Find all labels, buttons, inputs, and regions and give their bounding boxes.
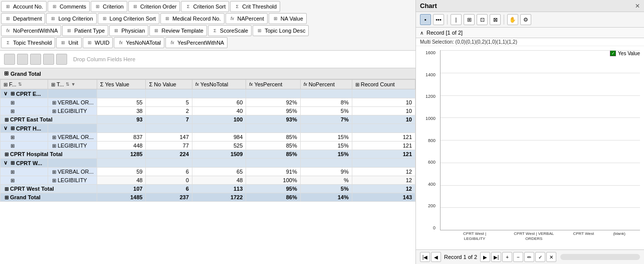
chip-comments[interactable]: ⊞ Comments xyxy=(48,1,90,12)
cell-count: 12 xyxy=(352,185,415,193)
cell-yes: 1285 xyxy=(97,150,146,159)
expand-icon[interactable]: ∨ xyxy=(4,160,8,166)
nav-next-button[interactable]: ▶ xyxy=(480,252,490,262)
cell-total: 525 xyxy=(192,142,246,150)
square-placeholder-2 xyxy=(17,54,28,65)
nav-check-button[interactable]: ✓ xyxy=(535,252,545,262)
chip-topic-long-desc[interactable]: ⊞ Topic Long Desc xyxy=(253,25,309,36)
chart-header: Chart ✕ xyxy=(416,0,644,12)
chip-physician[interactable]: ⊞ Physician xyxy=(109,25,148,36)
cell-count: 10 xyxy=(352,115,415,124)
chip-score-scale[interactable]: Σ ScoreScale xyxy=(208,25,252,36)
nav-cancel-button[interactable]: ✕ xyxy=(546,252,556,262)
chip-na-value[interactable]: ⊞ NA Value xyxy=(269,13,307,24)
toolbar-grid2-button[interactable]: ⊡ xyxy=(477,14,488,25)
table-icon-small: ⊞ xyxy=(52,108,56,114)
nav-last-button[interactable]: ▶| xyxy=(491,252,501,262)
nav-add-button[interactable]: + xyxy=(502,252,512,262)
record-expand-icon[interactable]: ∧ xyxy=(420,30,423,36)
chip-department[interactable]: ⊞ Department xyxy=(1,13,45,24)
chip-nopercent-with-na[interactable]: fx NoPercentWithNA xyxy=(1,25,61,36)
sigma-icon: Σ xyxy=(100,81,104,87)
cell-yespct xyxy=(246,159,300,168)
table-icon-small: ⊞ xyxy=(52,135,56,140)
toolbar-grid-button[interactable]: ⊞ xyxy=(464,14,475,25)
cell-no: 7 xyxy=(146,115,192,124)
expand-icon[interactable]: ∨ xyxy=(4,125,8,131)
chip-napercent[interactable]: fx NAPercent xyxy=(226,13,268,24)
cell-yespct xyxy=(246,124,300,133)
chip-review-template[interactable]: ⊞ Review Template xyxy=(149,25,207,36)
chip-crit-threshold[interactable]: Σ Crit Threshold xyxy=(230,1,280,12)
chip-yes-no-na-total[interactable]: fx YesNoNATotal xyxy=(114,37,164,48)
toolbar-settings-button[interactable]: ⚙ xyxy=(520,14,531,25)
col-header-nopercent[interactable]: fx NoPercent xyxy=(300,80,352,89)
cell-no: 6 xyxy=(146,168,192,176)
col-header-yes-value[interactable]: Σ Yes Value xyxy=(97,80,146,89)
nav-prev-button[interactable]: ◀ xyxy=(431,252,441,262)
table-icon: ⊞ xyxy=(66,27,73,34)
chart-nav: |◀ ◀ Record 1 of 2 ▶ ▶| + − ✏ ✓ ✕ xyxy=(416,249,644,264)
scrollbar[interactable] xyxy=(560,254,640,260)
sort-icon[interactable]: ⇅ xyxy=(66,82,70,87)
toolbar-column-button[interactable]: | xyxy=(451,14,462,25)
table-icon: ⊞ xyxy=(94,3,101,10)
x-labels: CPRT West | LEGIBILITY CPRT West | VERBA… xyxy=(440,231,640,245)
chart-title: Chart xyxy=(420,2,437,10)
field-row-3: fx NoPercentWithNA ⊞ Patient Type ⊞ Phys… xyxy=(1,25,414,36)
cell-yes: 93 xyxy=(97,115,146,124)
expand-icon[interactable]: ∨ xyxy=(4,90,8,97)
fx-icon: fx xyxy=(169,39,176,46)
nav-remove-button[interactable]: − xyxy=(513,252,523,262)
cell-yespct: 86% xyxy=(246,193,300,202)
chip-unit[interactable]: ⊞ Unit xyxy=(56,37,82,48)
chart-close-button[interactable]: ✕ xyxy=(635,3,640,10)
cell-count xyxy=(352,124,415,133)
chip-account-no[interactable]: ⊞ Account No. xyxy=(1,1,47,12)
cell-f: ⊞ xyxy=(1,133,48,142)
chip-criterion-sort[interactable]: Σ Criterion Sort xyxy=(181,1,229,12)
table-icon-small: ⊞ xyxy=(11,143,15,149)
table-icon-small: ⊞ xyxy=(5,195,9,200)
toolbar-bar-chart-button[interactable]: ▪ xyxy=(420,14,431,25)
toolbar-dots-button[interactable]: ••• xyxy=(433,14,444,25)
toolbar-hand-button[interactable]: ✋ xyxy=(507,14,518,25)
nav-first-button[interactable]: |◀ xyxy=(420,252,430,262)
chip-long-criterion-sort[interactable]: ⊞ Long Criterion Sort xyxy=(98,13,159,24)
chip-yes-percent-with-na[interactable]: fx YesPercentWithNA xyxy=(165,37,228,48)
cell-yespct: 95% xyxy=(246,107,300,115)
chip-criterion[interactable]: ⊞ Criterion xyxy=(91,1,127,12)
chip-wuid[interactable]: ⊞ WUID xyxy=(83,37,113,48)
cell-nopct: 15% xyxy=(300,150,352,159)
col-header-yesnototal[interactable]: fx YesNoTotal xyxy=(192,80,246,89)
col-header-record-count[interactable]: ⊞ Record Count xyxy=(352,80,415,89)
cell-total: 113 xyxy=(192,185,246,193)
toolbar-grid3-button[interactable]: ⊠ xyxy=(490,14,501,25)
cell-no xyxy=(146,89,192,98)
y-label-1600: 1600 xyxy=(425,50,436,55)
col-header-yespercent[interactable]: fx YesPercent xyxy=(246,80,300,89)
chart-content: 1600 1400 1200 1000 800 600 400 200 0 xyxy=(420,50,640,245)
chip-topic-threshold[interactable]: Σ Topic Threshold xyxy=(1,37,55,48)
col-header-no-value[interactable]: Σ No Value xyxy=(146,80,192,89)
drop-zone[interactable]: Drop Column Fields Here xyxy=(0,51,415,68)
chip-criterion-order[interactable]: ⊞ Criterion Order xyxy=(128,1,180,12)
chip-long-criterion[interactable]: ⊞ Long Criterion xyxy=(46,13,96,24)
sort-icon[interactable]: ⇅ xyxy=(18,82,22,87)
cell-yes: 1485 xyxy=(97,193,146,202)
cell-yespct: 93% xyxy=(246,115,300,124)
table-icon: ⊞ xyxy=(50,15,57,22)
cell-yes: 59 xyxy=(97,168,146,176)
cell-yespct: 91% xyxy=(246,168,300,176)
nav-edit-button[interactable]: ✏ xyxy=(524,252,534,262)
col-header-t[interactable]: ⊞ T... ⇅ ▼ xyxy=(48,80,97,89)
cell-yespct: 85% xyxy=(246,133,300,142)
col-header-f[interactable]: ⊞ F... ⇅ xyxy=(1,80,48,89)
chip-medical-record-no[interactable]: ⊞ Medical Record No. xyxy=(160,13,225,24)
table-row: ⊞ ⊞ LEGIBILITY 38 2 40 95% 5% 10 xyxy=(1,107,415,115)
cell-yes: 107 xyxy=(97,185,146,193)
table-icon-small: ⊞ xyxy=(11,135,15,140)
chip-patient-type[interactable]: ⊞ Patient Type xyxy=(62,25,108,36)
filter-icon[interactable]: ▼ xyxy=(71,82,76,87)
cell-nopct: 15% xyxy=(300,133,352,142)
